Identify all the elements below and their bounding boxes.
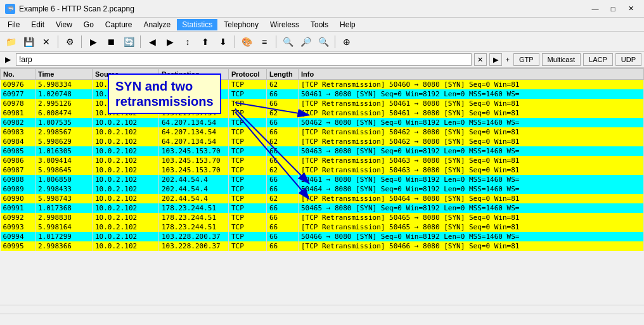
table-cell: 50461 → 8080 [SYN] Seq=0 Win=8192 Len=0 … [299, 89, 644, 99]
toolbar-pane[interactable]: ⊕ [338, 34, 355, 50]
menu-go[interactable]: Go [79, 19, 99, 30]
table-row[interactable]: 609863.00941410.0.2.102103.245.153.70TCP… [1, 156, 644, 165]
toolbar-zoom-reset[interactable]: 🔍 [315, 34, 332, 50]
toolbar-sep2 [81, 35, 82, 48]
packet-tbody: 609765.99833410.0.2.102195.219...TCP62[T… [1, 80, 644, 252]
menu-view[interactable]: View [51, 19, 77, 30]
toolbar-goto[interactable]: ↕ [179, 34, 196, 50]
filter-multicast-button[interactable]: Multicast [542, 53, 581, 66]
table-cell: 10.0.2.102 [93, 137, 159, 146]
table-row[interactable]: 609821.00753510.0.2.10264.207.134.54TCP6… [1, 118, 644, 127]
menu-wireless[interactable]: Wireless [265, 19, 304, 30]
menu-edit[interactable]: Edit [26, 19, 49, 30]
table-cell: 60976 [1, 80, 35, 90]
toolbar-down[interactable]: ⬇ [215, 34, 231, 50]
main-window: 🦈 Example 6 - HTTP Scan 2.pcapng — □ ✕ F… [0, 0, 644, 325]
toolbar-back[interactable]: ◀ [144, 34, 160, 50]
packet-table: No. Time Source Destination Protocol Len… [0, 68, 644, 251]
menu-tools[interactable]: Tools [306, 19, 333, 30]
table-row[interactable]: 609952.99836610.0.2.102103.228.200.37TCP… [1, 241, 644, 251]
table-row[interactable]: 609875.99864510.0.2.102103.245.153.70TCP… [1, 165, 644, 175]
menu-telephony[interactable]: Telephony [219, 19, 264, 30]
table-cell: 2.995126 [35, 99, 93, 108]
table-cell: TCP [229, 222, 267, 232]
table-cell: TCP [229, 137, 267, 146]
table-row[interactable]: 609892.99843310.0.2.102202.44.54.4TCP665… [1, 184, 644, 194]
table-cell: 10.0.2.102 [93, 194, 159, 203]
filter-label: ▶ [3, 55, 13, 64]
packet-list-container[interactable]: No. Time Source Destination Protocol Len… [0, 68, 644, 251]
filter-clear-button[interactable]: ✕ [474, 53, 487, 66]
toolbar-restart[interactable]: 🔄 [120, 34, 137, 50]
toolbar-colorize[interactable]: 🎨 [238, 34, 255, 50]
table-cell: 202.44.54.4 [159, 175, 229, 184]
table-cell: 62 [267, 108, 299, 118]
filter-udp-button[interactable]: UDP [615, 53, 641, 66]
table-cell: 10.0.2.102 [93, 175, 159, 184]
table-cell: 66 [267, 127, 299, 137]
table-cell: 66 [267, 241, 299, 251]
filter-input[interactable] [16, 53, 472, 66]
table-cell: 1.017368 [35, 203, 93, 213]
menu-capture[interactable]: Capture [100, 19, 138, 30]
toolbar-options[interactable]: ⚙ [61, 34, 78, 50]
table-cell: 60988 [1, 175, 35, 184]
table-row[interactable]: 609845.99862910.0.2.10264.207.134.54TCP6… [1, 137, 644, 146]
table-cell: 66 [267, 213, 299, 222]
table-header-row: No. Time Source Destination Protocol Len… [1, 69, 644, 80]
table-cell: 2.998433 [35, 184, 93, 194]
table-cell: 10.0.2.102 [93, 89, 159, 99]
filter-lacp-button[interactable]: LACP [583, 53, 613, 66]
toolbar-zoom-out[interactable]: 🔎 [297, 34, 314, 50]
close-button[interactable]: ✕ [622, 3, 639, 15]
table-row[interactable]: 609922.99883810.0.2.102178.23.244.51TCP6… [1, 213, 644, 222]
table-row[interactable]: 609905.99874310.0.2.102202.44.54.4TCP62[… [1, 194, 644, 203]
menu-analyze[interactable]: Analyze [139, 19, 176, 30]
toolbar-fwd[interactable]: ▶ [162, 34, 178, 50]
table-cell: 103.245.153.70 [159, 165, 229, 175]
toolbar-up[interactable]: ⬆ [197, 34, 214, 50]
table-row[interactable]: 609941.01729910.0.2.102103.228.200.37TCP… [1, 232, 644, 241]
table-row[interactable]: 609935.99816410.0.2.102178.23.244.51TCP6… [1, 222, 644, 232]
toolbar-start[interactable]: ▶ [85, 34, 101, 50]
maximize-button[interactable]: □ [605, 3, 621, 15]
minimize-button[interactable]: — [587, 3, 603, 15]
table-cell: 5.998645 [35, 165, 93, 175]
filter-arrow-button[interactable]: ▶ [489, 53, 502, 66]
toolbar-close[interactable]: ✕ [38, 34, 55, 50]
toolbar-sep4 [235, 35, 235, 48]
table-cell: 50462 → 8080 [SYN] Seq=0 Win=8192 Len=0 … [299, 118, 644, 127]
table-cell: [TCP Retransmission] 50464 → 8080 [SYN] … [299, 194, 644, 203]
table-cell: [TCP Retransmission] 50463 → 8080 [SYN] … [299, 165, 644, 175]
table-row[interactable]: 609771.02074810.0.2.102195.219...34TCP66… [1, 89, 644, 99]
table-cell: 66 [267, 99, 299, 108]
table-row[interactable]: 609881.00685010.0.2.102202.44.54.4TCP665… [1, 175, 644, 184]
menu-statistics[interactable]: Statistics [177, 19, 217, 30]
toolbar-autoscroll[interactable]: ≡ [256, 34, 273, 50]
table-cell: TCP [229, 108, 267, 118]
statusbar [0, 314, 644, 325]
table-row[interactable]: 609832.99856710.0.2.10264.207.134.54TCP6… [1, 127, 644, 137]
table-row[interactable]: 609816.00847410.0.2.102195.219.57.34TCP6… [1, 108, 644, 118]
table-cell: 62 [267, 165, 299, 175]
table-cell: 50464 → 8080 [SYN] Seq=0 Win=8192 Len=0 … [299, 184, 644, 194]
menu-file[interactable]: File [3, 19, 25, 30]
table-row[interactable]: 609911.01736810.0.2.102178.23.244.51TCP6… [1, 203, 644, 213]
table-cell: TCP [229, 89, 267, 99]
titlebar-controls[interactable]: — □ ✕ [587, 3, 639, 15]
toolbar-stop[interactable]: ⏹ [103, 34, 119, 50]
toolbar-open[interactable]: 📁 [3, 34, 19, 50]
horizontal-scrollbar[interactable] [0, 305, 644, 314]
toolbar-sep6 [335, 35, 335, 48]
table-cell: TCP [229, 165, 267, 175]
toolbar-zoom-in[interactable]: 🔍 [280, 34, 296, 50]
table-row[interactable]: 609851.01630510.0.2.102103.245.153.70TCP… [1, 146, 644, 156]
table-cell: 10.0.2.102 [93, 241, 159, 251]
table-row[interactable]: 609765.99833410.0.2.102195.219...TCP62[T… [1, 80, 644, 90]
table-cell: 10.0.2.102 [93, 165, 159, 175]
scrollbar-inner [0, 309, 644, 310]
filter-gtp-button[interactable]: GTP [513, 53, 539, 66]
toolbar-save[interactable]: 💾 [20, 34, 37, 50]
menu-help[interactable]: Help [335, 19, 361, 30]
table-row[interactable]: 609782.99512610.0.2.102195.219.57.34TCP6… [1, 99, 644, 108]
